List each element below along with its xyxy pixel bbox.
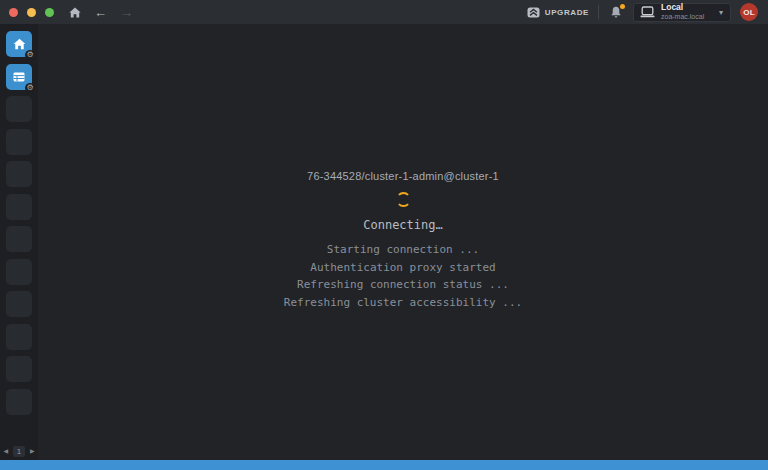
cluster-select-subtitle: zoa-mac.local [661,13,704,21]
hotbar-empty-slot [6,161,32,187]
cluster-select-value: Local [661,3,704,13]
hotbar-item-catalog[interactable]: ⚙ [6,64,32,90]
topbar: ← → UPGRADE [0,0,768,24]
upgrade-button[interactable]: UPGRADE [527,7,589,18]
hotbar-empty-slot [6,129,32,155]
close-button[interactable] [9,8,18,17]
status-bar [0,460,768,470]
status-line: Starting connection ... [38,241,768,259]
forward-arrow-icon[interactable]: → [120,6,133,19]
notifications-button[interactable] [610,6,622,19]
cluster-connect-status: 76-344528/cluster-1-admin@cluster-1 Conn… [38,170,768,311]
home-icon [13,38,26,50]
connection-title: 76-344528/cluster-1-admin@cluster-1 [38,170,768,182]
topbar-divider [598,5,599,19]
minimize-button[interactable] [27,8,36,17]
home-icon[interactable] [69,7,81,18]
spinner [396,192,411,207]
status-heading: Connecting… [38,218,768,232]
hotbar-pagination: ◀ 1 ▶ [0,445,38,457]
hotbar-empty-slot [6,194,32,220]
page-number: 1 [13,446,25,457]
notification-dot [620,4,625,9]
hotbar-empty-slot [6,291,32,317]
hotbar-empty-slot [6,259,32,285]
prev-page-icon[interactable]: ◀ [3,448,8,454]
main-content: 76-344528/cluster-1-admin@cluster-1 Conn… [38,24,768,460]
topbar-nav: ← → [69,6,133,19]
status-log: Starting connection ... Authentication p… [38,241,768,311]
maximize-button[interactable] [45,8,54,17]
app-body: ⚙ ⚙ ◀ 1 ▶ [0,24,768,460]
hotbar-empty-slot [6,324,32,350]
upgrade-icon [527,7,540,18]
next-page-icon[interactable]: ▶ [30,448,35,454]
avatar[interactable]: OL [740,3,758,21]
status-line: Authentication proxy started [38,259,768,277]
topbar-right: UPGRADE [527,3,758,22]
catalog-list-icon [12,70,26,84]
chevron-down-icon: ▾ [719,8,723,17]
cluster-select-text: Local zoa-mac.local [661,3,704,21]
hotbar-item-home[interactable]: ⚙ [6,31,32,57]
hotbar-empty-slot [6,96,32,122]
laptop-icon [640,6,655,18]
hotbar-empty-slot [6,356,32,382]
gear-icon[interactable]: ⚙ [25,83,35,93]
status-line: Refreshing cluster accessibility ... [38,294,768,312]
gear-icon[interactable]: ⚙ [25,50,35,60]
hotbar-empty-slots [6,96,32,415]
hotbar-empty-slot [6,226,32,252]
hotbar: ⚙ ⚙ ◀ 1 ▶ [0,24,38,460]
hotbar-empty-slot [6,389,32,415]
upgrade-label: UPGRADE [545,8,589,17]
status-line: Refreshing connection status ... [38,276,768,294]
window-controls [9,8,54,17]
back-arrow-icon[interactable]: ← [94,6,107,19]
cluster-select-dropdown[interactable]: Local zoa-mac.local ▾ [633,3,731,22]
app-window: ← → UPGRADE [0,0,768,470]
